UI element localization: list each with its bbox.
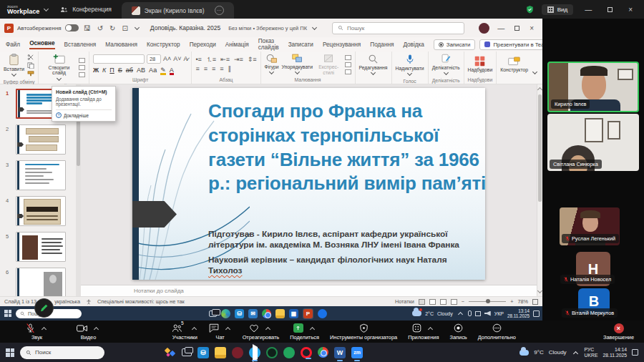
task-view-icon[interactable]	[209, 310, 217, 317]
host-tools-button[interactable]: Инструменты организатора	[330, 323, 397, 341]
remote-weather-temp[interactable]: 2°C	[425, 311, 434, 316]
weather-icon[interactable]	[519, 350, 529, 356]
tab-file[interactable]: Файл	[6, 41, 20, 48]
tab-draw[interactable]: Малювання	[105, 41, 137, 48]
zoom-app-icon[interactable]: zm	[351, 347, 363, 358]
bullets-icon[interactable]: •≡	[195, 57, 201, 63]
save-icon[interactable]: 🖫	[82, 24, 92, 32]
zoom-slider[interactable]	[469, 301, 506, 303]
ppt-close-button[interactable]: ×	[525, 24, 538, 32]
title-chevron-icon[interactable]	[312, 24, 317, 29]
tab-design[interactable]: Конструктор	[147, 41, 180, 48]
layout-icon[interactable]	[79, 58, 85, 63]
section-icon[interactable]	[79, 72, 85, 77]
participant-video-kyrylo[interactable]: Кирило Івлєв	[547, 62, 639, 112]
slide-thumbnail-row[interactable]: 5	[0, 232, 76, 268]
text-shadow-button[interactable]: аб	[126, 67, 133, 74]
clock[interactable]: 14:14 28.11.2025	[602, 347, 627, 358]
edge-icon[interactable]	[221, 309, 230, 318]
new-slide-button[interactable]: Створити слайд	[42, 54, 76, 82]
slide-title[interactable]: Спогади про Франка на сторінках тернопіл…	[208, 99, 489, 196]
tab-animations[interactable]: Анімація	[225, 41, 249, 48]
slide-thumbnail-row[interactable]: 6	[0, 268, 76, 296]
tab-view[interactable]: Подання	[370, 41, 394, 48]
line-spacing-icon[interactable]: ⇕≡	[248, 57, 257, 63]
mic-tray-icon[interactable]	[468, 310, 472, 316]
video-options-icon[interactable]	[94, 326, 99, 331]
opera-icon[interactable]	[301, 347, 312, 358]
participant-video-svitlana[interactable]: Світлана Синюрка	[547, 114, 639, 171]
slide-thumbnail-4[interactable]	[16, 196, 66, 226]
language-indicator[interactable]: українська	[54, 298, 80, 305]
slide-thumbnail-row[interactable]: 4	[0, 196, 76, 232]
change-case-button[interactable]: Аа	[149, 67, 157, 74]
share-screen-button[interactable]: Поделиться	[290, 323, 319, 341]
telegram-icon[interactable]	[249, 347, 260, 358]
ppt-minimize-button[interactable]: —	[493, 24, 509, 32]
zoom-workplace-logo[interactable]: zoom Workplace	[0, 4, 42, 15]
character-spacing-button[interactable]: АВ	[137, 67, 145, 74]
language-switcher[interactable]: РУС UKRE	[585, 347, 598, 358]
react-button[interactable]: Отреагировать	[243, 323, 280, 341]
tab-insert[interactable]: Вставлення	[64, 41, 97, 48]
chat-button[interactable]: Чат	[209, 323, 232, 341]
align-center-icon[interactable]: ≡	[204, 66, 208, 72]
reading-view-icon[interactable]	[440, 299, 447, 305]
zoom-out-icon[interactable]: −	[462, 298, 464, 305]
slideshow-icon[interactable]: ⊡	[120, 24, 129, 32]
format-painter-icon[interactable]	[27, 71, 34, 77]
tab-record[interactable]: Записати	[288, 41, 313, 48]
editing-button[interactable]: Редагування	[359, 54, 388, 76]
grow-font-icon[interactable]: A˄	[163, 56, 171, 62]
notification-center-icon[interactable]	[632, 349, 638, 356]
font-name-combobox[interactable]	[93, 54, 145, 64]
slide-sorter-icon[interactable]	[429, 299, 436, 305]
weather-temp[interactable]: 9°C	[534, 349, 543, 356]
align-right-icon[interactable]: ≡	[212, 66, 215, 72]
mail-icon[interactable]: ✉	[248, 309, 258, 318]
columns-icon[interactable]: ∥	[228, 66, 232, 72]
copy-icon[interactable]	[27, 62, 34, 69]
notes-toggle[interactable]: Нотатки	[395, 298, 414, 305]
more-button[interactable]: Дополнительно	[478, 323, 516, 341]
tray-expand-icon[interactable]	[458, 312, 463, 317]
slide-thumbnail-row[interactable]: 3	[0, 160, 76, 196]
accessibility-status[interactable]: Спеціальні можливості: щось не так	[97, 298, 185, 305]
folder-icon[interactable]	[215, 347, 226, 358]
reset-icon[interactable]	[79, 65, 85, 70]
slide-thumbnail-5[interactable]	[16, 232, 66, 262]
font-color-button[interactable]: А	[170, 67, 174, 75]
record-button[interactable]: Запись	[449, 323, 467, 341]
tab-transitions[interactable]: Переходи	[190, 41, 216, 48]
main-scrollbar[interactable]	[537, 84, 542, 296]
display-tray-icon[interactable]	[475, 311, 481, 316]
font-size-combobox[interactable]: 28	[147, 54, 161, 64]
save-status[interactable]: Без мітки • Збережено у цей ПК	[228, 25, 307, 31]
user-avatar[interactable]	[479, 23, 489, 34]
shapes-button[interactable]: Фігури	[265, 54, 279, 75]
shape-outline-icon[interactable]	[345, 62, 351, 67]
highlight-color-button[interactable]: ✎	[160, 67, 166, 75]
task-view-icon[interactable]	[182, 348, 192, 356]
bold-button[interactable]: Ж	[93, 67, 99, 74]
store-icon[interactable]: ⛁	[197, 347, 209, 358]
start-button[interactable]	[6, 348, 14, 357]
blue-app-icon[interactable]: ▦	[289, 309, 298, 318]
tab-options-icon[interactable]: ···	[215, 6, 224, 15]
designer-button[interactable]: Конструктор	[500, 57, 528, 72]
minimize-button[interactable]: —	[580, 6, 596, 14]
tab-conference[interactable]: Конференция	[50, 0, 121, 19]
zoom-annotate-button[interactable]	[34, 298, 54, 318]
chrome-icon[interactable]	[262, 309, 271, 318]
weather-condition[interactable]: Cloudy	[549, 349, 567, 356]
shape-effects-icon[interactable]	[345, 69, 351, 74]
participant-video-ruslan[interactable]: Руслан Легенький	[560, 207, 620, 245]
remote-language[interactable]: УКР	[494, 311, 504, 316]
speaker-tray-icon[interactable]	[484, 311, 491, 316]
paste-button[interactable]: Вставити	[4, 54, 24, 77]
tab-screen-share[interactable]: Экран (Кирило Івлєв) ···	[122, 2, 234, 19]
apps-button[interactable]: Приложения	[408, 323, 439, 341]
align-left-icon[interactable]: ≡	[195, 66, 199, 72]
ppt-maximize-button[interactable]	[510, 24, 524, 32]
apps-options-icon[interactable]	[428, 326, 433, 331]
